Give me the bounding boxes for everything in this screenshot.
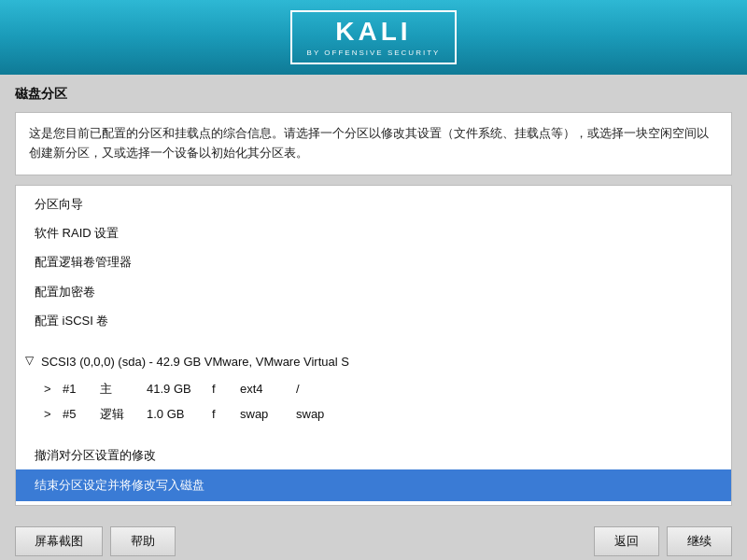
footer-right: 返回 继续: [594, 526, 732, 556]
menu-item-guided[interactable]: 分区向导: [16, 189, 731, 218]
part5-mount: swap: [296, 403, 352, 425]
finish-row[interactable]: 结束分区设定并将修改写入磁盘: [16, 469, 731, 500]
part1-size: 41.9 GB: [147, 378, 212, 399]
finish-label: 结束分区设定并将修改写入磁盘: [35, 478, 204, 492]
menu-item-iscsi[interactable]: 配置 iSCSI 卷: [16, 306, 731, 335]
main-content: 磁盘分区 这是您目前已配置的分区和挂载点的综合信息。请选择一个分区以修改其设置（…: [0, 75, 747, 517]
description-box: 这是您目前已配置的分区和挂载点的综合信息。请选择一个分区以修改其设置（文件系统、…: [15, 112, 732, 175]
header: KALI BY OFFENSIVE SECURITY: [0, 0, 747, 75]
kali-logo: KALI BY OFFENSIVE SECURITY: [290, 10, 458, 64]
part5-fs: swap: [240, 403, 296, 425]
logo-title: KALI: [335, 18, 411, 47]
part1-type: 主: [100, 378, 147, 399]
part1-flag: f: [212, 378, 240, 399]
menu-item-lvm[interactable]: 配置逻辑卷管理器: [16, 247, 731, 276]
menu-item-raid[interactable]: 软件 RAID 设置: [16, 218, 731, 247]
part5-arrow: >: [44, 403, 63, 425]
part5-flag: f: [212, 403, 240, 425]
disk-row[interactable]: ▽ SCSI3 (0,0,0) (sda) - 42.9 GB VMware, …: [16, 347, 731, 376]
part5-size: 1.0 GB: [147, 403, 212, 425]
back-button[interactable]: 返回: [594, 526, 659, 556]
part5-num: #5: [63, 403, 100, 425]
undo-row[interactable]: 撤消对分区设置的修改: [16, 439, 731, 469]
partition-panel: 分区向导 软件 RAID 设置 配置逻辑卷管理器 配置加密卷 配置 iSCSI …: [15, 185, 732, 506]
disk-collapse-arrow: ▽: [25, 351, 34, 371]
footer-left: 屏幕截图 帮助: [15, 526, 176, 556]
screenshot-button[interactable]: 屏幕截图: [15, 526, 103, 556]
part5-type: 逻辑: [100, 403, 147, 425]
footer: 屏幕截图 帮助 返回 继续: [0, 517, 747, 561]
logo-subtitle: BY OFFENSIVE SECURITY: [307, 49, 441, 57]
partition-row-5[interactable]: > #5 逻辑 1.0 GB f swap swap: [16, 401, 731, 427]
help-button[interactable]: 帮助: [110, 526, 176, 556]
page-title: 磁盘分区: [15, 86, 732, 103]
part1-num: #1: [63, 378, 100, 399]
disk-label: SCSI3 (0,0,0) (sda) - 42.9 GB VMware, VM…: [41, 351, 349, 372]
partition-row-1[interactable]: > #1 主 41.9 GB f ext4 /: [16, 376, 731, 401]
part1-fs: ext4: [240, 378, 296, 399]
undo-label: 撤消对分区设置的修改: [35, 448, 156, 462]
continue-button[interactable]: 继续: [667, 526, 732, 556]
description-text: 这是您目前已配置的分区和挂载点的综合信息。请选择一个分区以修改其设置（文件系统、…: [29, 126, 709, 160]
menu-item-encrypt[interactable]: 配置加密卷: [16, 277, 731, 306]
part1-mount: /: [296, 378, 352, 399]
part1-arrow: >: [44, 378, 63, 399]
